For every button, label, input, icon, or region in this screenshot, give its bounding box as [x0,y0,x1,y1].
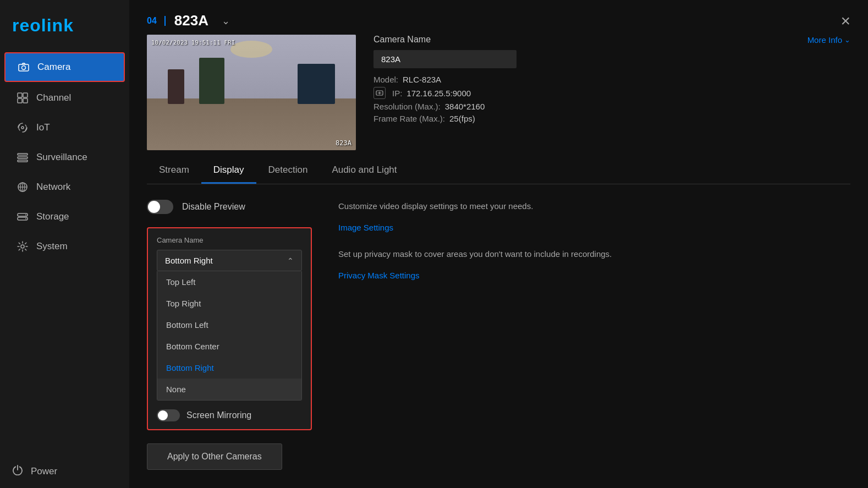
sidebar-item-label-storage: Storage [36,211,69,222]
image-settings-link[interactable]: Image Settings [338,223,850,232]
disable-preview-row: Disable Preview [147,200,312,214]
screen-mirroring-toggle-knob [158,410,168,420]
option-bottom-right[interactable]: Bottom Right [157,357,301,379]
ip-label: IP: [392,89,402,98]
svg-point-17 [21,245,24,248]
sidebar-item-iot[interactable]: IoT [4,114,125,141]
image-settings-description: Customize video display settings to meet… [338,200,850,213]
disable-preview-toggle[interactable] [147,200,173,214]
surveillance-icon [17,151,29,163]
tab-content-display: Disable Preview Camera Name Bottom Right… [147,184,850,488]
power-label: Power [31,466,57,477]
info-header: Camera Name More Info ⌄ [373,35,850,45]
sidebar-item-camera[interactable]: Camera [4,52,125,82]
power-icon [12,464,23,478]
right-panel: Customize video display settings to meet… [338,200,850,488]
sidebar-item-label-iot: IoT [36,122,50,133]
sidebar-item-label-camera: Camera [37,62,70,73]
main-content: 04 823A ⌄ × 10/02/2023 19:51:11 FRI 823A… [129,0,868,488]
apply-to-other-cameras-button[interactable]: Apply to Other Cameras [147,443,282,470]
camera-name-dropdown-section: Camera Name Bottom Right ⌃ Top Left Top … [147,227,312,430]
camera-position-dropdown-list: Top Left Top Right Bottom Left Bottom Ce… [157,271,302,401]
camera-name-input[interactable] [373,50,517,68]
tabs: Stream Display Detection Audio and Light [147,158,850,184]
content-row: 10/02/2023 19:51:11 FRI 823A Camera Name… [147,35,850,150]
framerate-value: 25(fps) [449,114,475,123]
system-icon [17,240,29,253]
camera-info-panel: Camera Name More Info ⌄ Model: RLC-823A [373,35,850,126]
left-panel: Disable Preview Camera Name Bottom Right… [147,200,312,488]
resolution-value: 3840*2160 [445,102,485,111]
sidebar-item-power[interactable]: Power [0,454,129,488]
channel-icon [17,92,29,104]
sidebar-item-label-system: System [36,241,68,252]
sidebar-item-storage[interactable]: Storage [4,203,125,231]
more-info-chevron-icon: ⌄ [844,36,850,44]
option-bottom-center[interactable]: Bottom Center [157,336,301,357]
privacy-mask-settings-link[interactable]: Privacy Mask Settings [338,271,850,280]
svg-rect-2 [18,93,22,97]
camera-dropdown-arrow[interactable]: ⌄ [222,15,230,27]
sidebar-item-system[interactable]: System [4,233,125,260]
model-row: Model: RLC-823A [373,75,850,84]
svg-rect-4 [18,98,22,103]
screen-mirroring-label: Screen Mirroring [186,410,251,420]
sidebar-item-channel[interactable]: Channel [4,84,125,112]
header: 04 823A ⌄ × [147,0,850,35]
camera-name-section-label: Camera Name [157,236,302,244]
sidebar-item-label-surveillance: Surveillance [36,152,87,163]
svg-rect-8 [18,160,28,162]
logo-text: reolink [12,15,74,36]
ip-row: IP: 172.16.25.5:9000 [373,87,850,99]
camera-id-label: 823A [336,139,351,147]
sidebar-item-network[interactable]: Network [4,173,125,201]
iot-icon [17,122,29,134]
disable-preview-label: Disable Preview [182,202,245,212]
more-info-button[interactable]: More Info ⌄ [807,35,850,45]
resolution-row: Resolution (Max.): 3840*2160 [373,102,850,111]
svg-rect-5 [23,98,28,103]
toggle-knob [148,201,160,213]
option-bottom-left[interactable]: Bottom Left [157,314,301,336]
sidebar: reolink Camera Channel [0,0,129,488]
selected-option-label: Bottom Right [165,256,213,265]
option-none[interactable]: None [157,379,301,400]
tab-audio-light[interactable]: Audio and Light [320,158,409,184]
more-info-label: More Info [807,35,842,45]
svg-point-16 [25,218,26,220]
screen-mirroring-toggle[interactable] [157,409,180,421]
model-label: Model: [373,75,398,84]
camera-position-select[interactable]: Bottom Right ⌃ [157,250,302,271]
option-top-right[interactable]: Top Right [157,293,301,314]
close-button[interactable]: × [840,13,850,29]
option-top-left[interactable]: Top Left [157,271,301,293]
camera-timestamp: 10/02/2023 19:51:11 FRI [151,39,235,46]
svg-rect-6 [18,153,28,155]
privacy-mask-description: Set up privacy mask to cover areas you d… [338,248,850,261]
camera-number: 04 [147,16,166,26]
network-icon [17,181,29,193]
ip-icon [373,87,386,99]
svg-point-1 [22,66,26,70]
screen-mirroring-row: Screen Mirroring [157,409,302,421]
logo: reolink [0,0,129,51]
model-value: RLC-823A [403,75,441,84]
storage-icon [17,211,29,223]
framerate-row: Frame Rate (Max.): 25(fps) [373,114,850,123]
camera-name-label: Camera Name [373,35,431,45]
svg-rect-3 [23,93,28,97]
sidebar-item-label-network: Network [36,182,70,193]
camera-preview: 10/02/2023 19:51:11 FRI 823A [147,35,356,150]
resolution-label: Resolution (Max.): [373,102,441,111]
tab-display[interactable]: Display [201,158,256,184]
ip-value: 172.16.25.5:9000 [406,89,471,98]
camera-scene [147,35,356,150]
camera-name-title: 823A [174,12,208,29]
tab-detection[interactable]: Detection [256,158,320,184]
framerate-label: Frame Rate (Max.): [373,114,445,123]
svg-rect-7 [18,157,28,158]
sidebar-item-label-channel: Channel [36,92,71,103]
tab-stream[interactable]: Stream [147,158,201,184]
header-left: 04 823A ⌄ [147,12,230,29]
sidebar-item-surveillance[interactable]: Surveillance [4,144,125,171]
